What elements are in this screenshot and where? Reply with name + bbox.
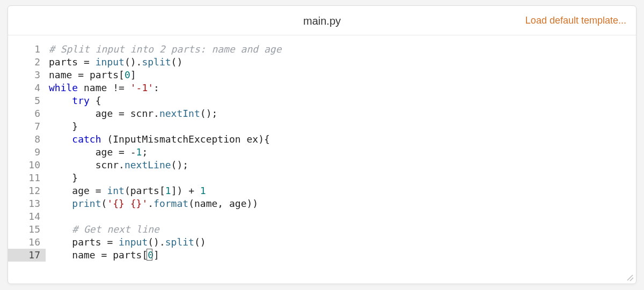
resize-handle-icon[interactable]	[626, 274, 634, 281]
line-number: 13	[8, 197, 46, 210]
code-line[interactable]: 4 while name != '-1':	[8, 81, 636, 94]
line-number: 16	[8, 236, 46, 249]
code-editor[interactable]: 1 # Split input into 2 parts: name and a…	[8, 35, 636, 284]
line-number: 15	[8, 223, 46, 236]
line-number: 3	[8, 69, 46, 81]
line-number: 8	[8, 133, 46, 146]
line-number: 11	[8, 172, 46, 184]
svg-line-1	[630, 278, 633, 281]
editor-panel: main.py Load default template... 1 # Spl…	[8, 5, 636, 284]
code-line[interactable]: 2 parts = input().split()	[8, 56, 636, 69]
code-line[interactable]: 15 # Get next line	[8, 223, 636, 236]
code-line[interactable]: 14	[8, 210, 636, 223]
line-number: 5	[8, 94, 46, 107]
code-line[interactable]: 8 catch (InputMismatchException ex){	[8, 133, 636, 146]
code-line[interactable]: 9 age = -1;	[8, 146, 636, 159]
code-line[interactable]: 7 }	[8, 120, 636, 133]
line-number: 1	[8, 43, 46, 56]
code-line[interactable]: 6 age = scnr.nextInt();	[8, 107, 636, 120]
line-number: 17	[8, 249, 46, 262]
line-number: 4	[8, 81, 46, 94]
code-line[interactable]: 12 age = int(parts[1]) + 1	[8, 184, 636, 197]
code-line[interactable]: 5 try {	[8, 94, 636, 107]
code-line-active[interactable]: 17 name = parts[0]	[8, 249, 636, 262]
code-line[interactable]: 11 }	[8, 172, 636, 184]
line-number: 9	[8, 146, 46, 159]
code-line[interactable]: 16 parts = input().split()	[8, 236, 636, 249]
load-default-template-link[interactable]: Load default template...	[525, 15, 626, 26]
tab-bar: main.py Load default template...	[8, 6, 636, 35]
code-line[interactable]: 10 scnr.nextLine();	[8, 159, 636, 172]
line-number: 6	[8, 107, 46, 120]
tab-filename[interactable]: main.py	[303, 14, 341, 27]
code-line[interactable]: 13 print('{} {}'.format(name, age))	[8, 197, 636, 210]
code-line[interactable]: 3 name = parts[0]	[8, 69, 636, 81]
line-number: 12	[8, 184, 46, 197]
code-line[interactable]: 1 # Split input into 2 parts: name and a…	[8, 43, 636, 56]
line-number: 14	[8, 210, 46, 223]
line-number: 10	[8, 159, 46, 172]
line-number: 7	[8, 120, 46, 133]
line-number: 2	[8, 56, 46, 69]
